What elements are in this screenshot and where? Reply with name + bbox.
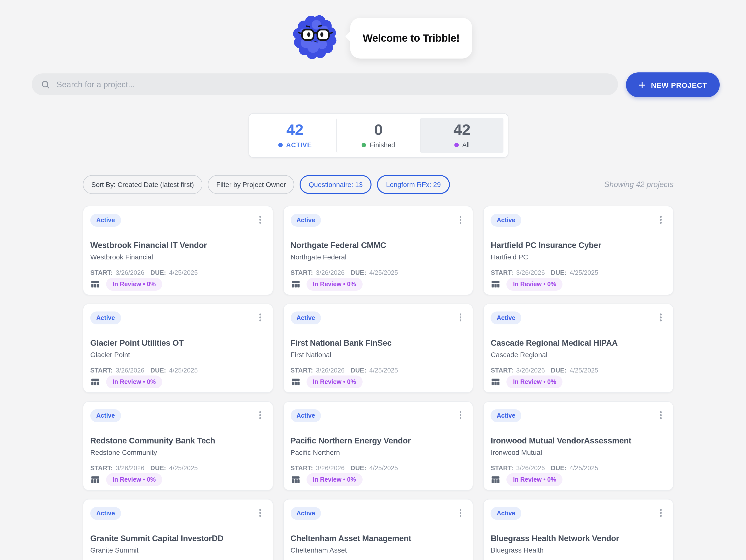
project-title: Bluegrass Health Network Vendor xyxy=(491,534,666,543)
project-card[interactable]: Active Westbrook Financial IT Vendor Wes… xyxy=(83,206,273,295)
progress-badge: In Review • 0% xyxy=(106,278,162,291)
kebab-menu-icon[interactable] xyxy=(655,507,666,519)
kebab-menu-icon[interactable] xyxy=(255,214,266,226)
table-icon xyxy=(491,475,501,485)
search-bar[interactable] xyxy=(32,74,618,95)
card-header: Active xyxy=(290,311,466,325)
search-icon xyxy=(41,80,50,89)
stat-dot-icon xyxy=(454,143,459,147)
stat-label: ACTIVE xyxy=(278,141,312,149)
project-card[interactable]: Active Pacific Northern Energy Vendor Pa… xyxy=(283,401,473,491)
progress-badge: In Review • 0% xyxy=(306,278,362,291)
kebab-menu-icon[interactable] xyxy=(455,214,466,226)
card-header: Active xyxy=(491,409,666,422)
stat-tab[interactable]: 0 Finished xyxy=(337,118,420,153)
kebab-menu-icon[interactable] xyxy=(455,311,466,324)
table-icon xyxy=(491,377,501,387)
due-label: DUE: xyxy=(150,464,166,472)
project-company: Bluegrass Health xyxy=(491,546,666,554)
project-company: Granite Summit xyxy=(90,546,266,554)
table-icon xyxy=(290,279,300,289)
project-card[interactable]: Active Bluegrass Health Network Vendor B… xyxy=(483,499,673,560)
kebab-menu-icon[interactable] xyxy=(255,311,266,324)
tribble-mascot xyxy=(292,12,339,60)
card-header: Active xyxy=(90,214,266,227)
start-value: 3/26/2026 xyxy=(516,464,545,472)
filter-chip[interactable]: Filter by Project Owner xyxy=(208,175,294,194)
kebab-menu-icon[interactable] xyxy=(655,409,666,421)
stat-value: 42 xyxy=(453,122,470,137)
due-label: DUE: xyxy=(551,367,567,374)
kebab-menu-icon[interactable] xyxy=(455,507,466,519)
filter-chips: Sort By: Created Date (latest first)Filt… xyxy=(83,175,450,194)
progress-badge: In Review • 0% xyxy=(106,473,162,486)
card-footer: In Review • 0% xyxy=(290,278,362,291)
project-card[interactable]: Active Hartfield PC Insurance Cyber Hart… xyxy=(483,206,673,295)
due-value: 4/25/2025 xyxy=(169,269,198,276)
status-badge: Active xyxy=(90,311,121,325)
stat-label-text: All xyxy=(462,141,470,149)
card-footer: In Review • 0% xyxy=(90,473,162,486)
due-label: DUE: xyxy=(551,464,567,472)
tribble-mascot-icon xyxy=(292,12,339,60)
due-value: 4/25/2025 xyxy=(569,367,598,374)
project-card[interactable]: Active First National Bank FinSec First … xyxy=(283,304,473,393)
new-project-button[interactable]: NEW PROJECT xyxy=(626,73,720,97)
project-dates: START: 3/26/2026 DUE: 4/25/2025 xyxy=(290,464,466,472)
stats-card: 42 ACTIVE 0 Finished 42 All xyxy=(249,113,509,158)
start-value: 3/26/2026 xyxy=(116,367,145,374)
search-input[interactable] xyxy=(57,80,609,89)
project-company: Glacier Point xyxy=(90,351,266,359)
table-icon xyxy=(290,377,300,387)
card-footer: In Review • 0% xyxy=(491,473,563,486)
start-label: START: xyxy=(90,464,113,472)
kebab-menu-icon[interactable] xyxy=(255,409,266,421)
filter-chip[interactable]: Sort By: Created Date (latest first) xyxy=(83,175,202,194)
card-header: Active xyxy=(90,507,266,520)
due-value: 4/25/2025 xyxy=(569,464,598,472)
progress-badge: In Review • 0% xyxy=(507,278,563,291)
project-dates: START: 3/26/2026 DUE: 4/25/2025 xyxy=(491,269,666,276)
start-label: START: xyxy=(290,464,313,472)
project-title: Cheltenham Asset Management xyxy=(290,534,466,543)
welcome-bubble: Welcome to Tribble! xyxy=(350,18,472,58)
project-card[interactable]: Active Glacier Point Utilities OT Glacie… xyxy=(83,304,273,393)
project-dates: START: 3/26/2026 DUE: 4/25/2025 xyxy=(290,269,466,276)
status-badge: Active xyxy=(491,507,521,520)
due-value: 4/25/2025 xyxy=(169,367,198,374)
project-dates: START: 3/26/2026 DUE: 4/25/2025 xyxy=(491,464,666,472)
project-card[interactable]: Active Cheltenham Asset Management Chelt… xyxy=(283,499,473,560)
stat-dot-icon xyxy=(362,143,366,147)
status-badge: Active xyxy=(491,409,521,422)
project-company: First National xyxy=(290,351,466,359)
project-card[interactable]: Active Cascade Regional Medical HIPAA Ca… xyxy=(483,304,673,393)
project-card[interactable]: Active Ironwood Mutual VendorAssessment … xyxy=(483,401,673,491)
filter-chip[interactable]: Longform RFx: 29 xyxy=(377,175,450,194)
kebab-menu-icon[interactable] xyxy=(255,507,266,519)
card-header: Active xyxy=(491,214,666,227)
kebab-menu-icon[interactable] xyxy=(455,409,466,421)
filter-chip[interactable]: Questionnaire: 13 xyxy=(300,175,372,194)
stat-tab[interactable]: 42 All xyxy=(420,118,504,153)
start-value: 3/26/2026 xyxy=(316,464,345,472)
project-card[interactable]: Active Granite Summit Capital InvestorDD… xyxy=(83,499,273,560)
table-icon xyxy=(90,377,100,387)
start-label: START: xyxy=(290,269,313,276)
kebab-menu-icon[interactable] xyxy=(655,214,666,226)
project-company: Cascade Regional xyxy=(491,351,666,359)
kebab-menu-icon[interactable] xyxy=(655,311,666,324)
table-icon xyxy=(90,475,100,485)
project-card[interactable]: Active Redstone Community Bank Tech Reds… xyxy=(83,401,273,491)
project-dates: START: 3/26/2026 DUE: 4/25/2025 xyxy=(491,367,666,374)
due-label: DUE: xyxy=(351,367,367,374)
start-label: START: xyxy=(90,367,113,374)
start-value: 3/26/2026 xyxy=(116,464,145,472)
new-project-label: NEW PROJECT xyxy=(651,81,707,89)
project-title: Ironwood Mutual VendorAssessment xyxy=(491,436,666,445)
stat-tab[interactable]: 42 ACTIVE xyxy=(254,118,337,153)
project-company: Cheltenham Asset xyxy=(290,546,466,554)
project-dates: START: 3/26/2026 DUE: 4/25/2025 xyxy=(90,269,266,276)
start-value: 3/26/2026 xyxy=(516,269,545,276)
project-card[interactable]: Active Northgate Federal CMMC Northgate … xyxy=(283,206,473,295)
due-label: DUE: xyxy=(150,367,166,374)
